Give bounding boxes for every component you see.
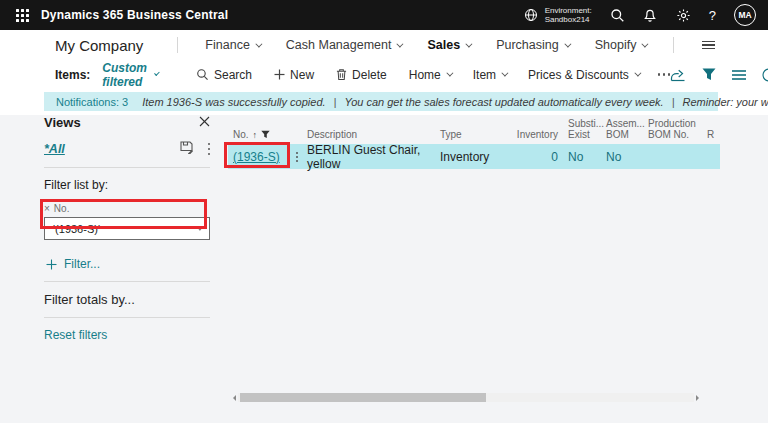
row-more-options-icon[interactable] [296,152,307,162]
items-list: No. ↑ Description Type Inventory Substi.… [228,118,768,169]
notification-separator: | [334,96,337,108]
scroll-left-arrow-icon[interactable] [230,395,236,401]
nav-item-cash-management[interactable]: Cash Management [286,38,402,52]
divider [44,281,210,282]
cell-substitutes-exist[interactable]: No [558,150,603,164]
notifications-count[interactable]: Notifications: 3 [56,96,128,108]
item-no-link[interactable]: (1936-S) [233,150,280,164]
filter-pane: Views *All Filter list by: × No. '(1936-… [44,115,210,342]
settings-gear-icon[interactable] [676,8,691,23]
search-icon[interactable] [610,8,625,23]
cell-type[interactable]: Inventory [440,150,506,164]
environment-badge[interactable]: Environment: Sandbox214 [524,6,592,24]
nav-item-sales[interactable]: Sales [427,38,470,52]
app-title: Dynamics 365 Business Central [41,8,228,22]
divider [44,167,210,168]
add-filter-button[interactable]: Filter... [46,257,210,271]
share-icon[interactable] [670,68,686,82]
environment-name: Sandbox214 [545,15,590,24]
filter-totals-by-button[interactable]: Filter totals by... [44,292,210,307]
chevron-down-icon [446,70,453,77]
page-caption: Items: [55,68,90,82]
item-menu-button[interactable]: Item [473,68,506,82]
notification-message: You can get the sales forecast updated a… [344,96,663,108]
app-top-bar: Dynamics 365 Business Central Environmen… [0,0,768,30]
chevron-down-icon [634,70,641,77]
column-header-inventory[interactable]: Inventory [506,129,558,140]
nav-item-finance[interactable]: Finance [205,38,259,52]
divider [44,317,210,318]
role-center-nav: My Company Finance Cash Management Sales… [0,30,768,60]
notification-message: Reminder: your work date is 4/10/2023 [683,96,768,108]
notification-bar[interactable]: Notifications: 3 Item 1936-S was success… [44,92,718,111]
chevron-down-icon [255,40,262,47]
trash-icon [336,68,347,81]
close-icon[interactable] [199,116,210,130]
search-icon [196,68,209,81]
app-launcher-waffle-icon[interactable] [16,9,29,22]
notification-message: Item 1936-S was successfully copied. [142,96,325,108]
column-header-partial[interactable]: R [707,129,717,140]
filter-value: '(1936-S)' [53,223,100,235]
company-name[interactable]: My Company [55,37,143,54]
chevron-down-icon [196,224,203,231]
scrollbar-track[interactable] [238,393,694,402]
chevron-down-icon [397,40,404,47]
chevron-down-icon [564,40,571,47]
plus-icon [46,259,57,270]
chevron-down-icon [501,70,508,77]
table-header-row: No. ↑ Description Type Inventory Substi.… [228,118,768,144]
filter-pane-title: Views [44,115,81,130]
column-header-assembly-bom[interactable]: Assem... BOM [603,118,645,140]
chevron-down-icon [642,40,649,47]
view-filter-dropdown[interactable]: Custom filtered [102,61,157,89]
nav-divider [673,37,674,53]
reset-filters-button[interactable]: Reset filters [44,328,210,342]
nav-item-shopify[interactable]: Shopify [595,38,647,52]
prices-discounts-menu-button[interactable]: Prices & Discounts [528,68,639,82]
notifications-bell-icon[interactable] [643,8,658,23]
page-action-bar: Items: Custom filtered Search New Delete… [0,60,768,89]
list-layout-icon[interactable] [732,69,746,81]
search-button[interactable]: Search [196,68,252,82]
sort-ascending-icon: ↑ [253,130,258,140]
filter-list-by-label: Filter list by: [44,178,210,192]
menu-hamburger-icon[interactable] [702,41,715,50]
view-all-link[interactable]: *All [44,142,65,156]
remove-filter-icon[interactable]: × [44,203,50,214]
filter-value-combobox[interactable]: '(1936-S)' [44,217,210,240]
new-button[interactable]: New [274,68,314,82]
more-options-icon[interactable] [658,73,671,76]
help-icon[interactable]: ? [709,8,716,23]
delete-button[interactable]: Delete [336,68,387,82]
info-icon[interactable] [762,68,768,82]
scrollbar-thumb[interactable] [240,393,486,402]
user-avatar[interactable]: MA [734,4,756,26]
cell-assembly-bom[interactable]: No [603,150,645,164]
column-header-substitutes-exist[interactable]: Substi... Exist [558,118,603,140]
environment-globe-icon [524,8,539,23]
home-menu-button[interactable]: Home [409,68,451,82]
view-more-options-icon[interactable] [208,143,211,156]
notification-strip: Notifications: 3 Item 1936-S was success… [0,89,768,115]
nav-divider [177,37,178,53]
plus-icon [274,69,285,80]
column-header-description[interactable]: Description [307,129,440,140]
column-filter-icon [261,130,270,139]
chevron-down-icon [466,40,473,47]
filter-field-name: No. [54,203,70,214]
table-row[interactable]: (1936-S) BERLIN Guest Chair, yellow Inve… [228,144,720,169]
chevron-down-icon [154,70,160,76]
save-view-icon[interactable] [180,141,194,157]
column-header-production-bom-no[interactable]: Production BOM No. [645,118,707,140]
scroll-right-arrow-icon[interactable] [696,395,702,401]
cell-inventory[interactable]: 0 [506,150,558,164]
cell-description[interactable]: BERLIN Guest Chair, yellow [307,143,440,171]
column-header-no[interactable]: No. ↑ [228,129,296,140]
nav-item-purchasing[interactable]: Purchasing [496,38,569,52]
filter-icon[interactable] [702,68,716,81]
notification-separator: | [672,96,675,108]
environment-label: Environment: [545,6,592,15]
column-header-type[interactable]: Type [440,129,506,140]
horizontal-scrollbar[interactable] [230,393,702,402]
